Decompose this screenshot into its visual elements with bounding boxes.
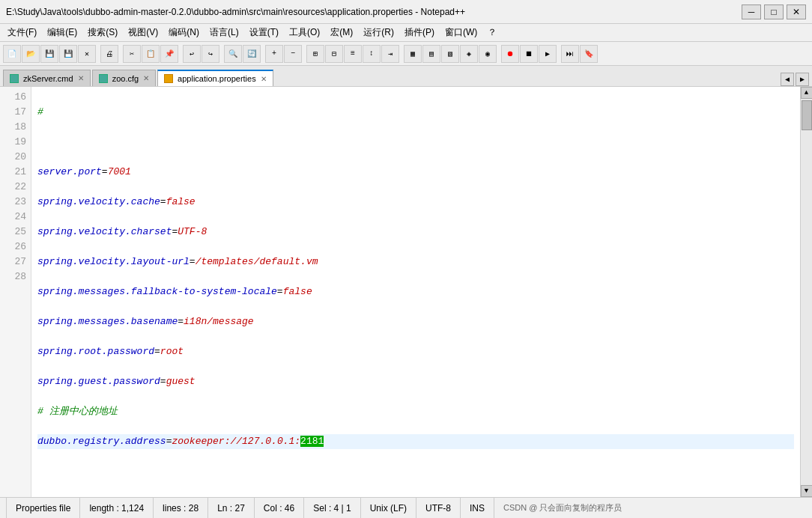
- line-num-28: 28: [4, 269, 26, 284]
- menu-run[interactable]: 运行(R): [359, 25, 399, 40]
- toolbar-find[interactable]: 🔍: [224, 45, 242, 63]
- toolbar-record[interactable]: ⏺: [501, 45, 519, 63]
- menu-encoding[interactable]: 编码(N): [164, 25, 204, 40]
- toolbar-redo[interactable]: ↪: [202, 45, 219, 63]
- line-16: #: [37, 105, 794, 120]
- title-bar: E:\Study\Java\tools\dubbo-admin-master-0…: [0, 0, 812, 24]
- toolbar-btn12[interactable]: 🔖: [580, 45, 598, 63]
- toolbar-btn4[interactable]: ↕: [363, 45, 381, 63]
- status-col-text: Col : 46: [264, 503, 294, 514]
- tab-bar: zkServer.cmd ✕ zoo.cfg ✕ application.pro…: [0, 66, 812, 87]
- maximize-button[interactable]: □: [764, 4, 784, 19]
- toolbar-copy[interactable]: 📋: [142, 45, 160, 63]
- line-21-val: /templates/default.vm: [196, 256, 318, 267]
- menu-tools[interactable]: 工具(O): [285, 25, 324, 40]
- toolbar-zoom-in[interactable]: +: [265, 45, 283, 63]
- editor-content[interactable]: # server.port=7001 spring.velocity.cache…: [31, 87, 800, 497]
- line-25-eq: =: [160, 376, 166, 387]
- line-24-key: spring.root.password: [37, 346, 154, 357]
- status-sel: Sel : 4 | 1: [304, 498, 360, 518]
- status-lines-text: lines : 28: [163, 503, 199, 514]
- menu-bar: 文件(F) 编辑(E) 搜索(S) 视图(V) 编码(N) 语言(L) 设置(T…: [0, 24, 812, 42]
- toolbar-zoom-out[interactable]: −: [284, 45, 302, 63]
- line-num-21: 21: [4, 165, 26, 180]
- line-19-val: false: [166, 196, 196, 207]
- menu-help[interactable]: ？: [483, 25, 501, 40]
- menu-plugins[interactable]: 插件(P): [400, 25, 439, 40]
- line-23-eq: =: [178, 316, 184, 327]
- toolbar-btn6[interactable]: ▦: [404, 45, 422, 63]
- menu-file[interactable]: 文件(F): [3, 25, 41, 40]
- toolbar-new[interactable]: 📄: [3, 45, 21, 63]
- line-28: [37, 464, 794, 479]
- menu-settings[interactable]: 设置(T): [245, 25, 283, 40]
- menu-search[interactable]: 搜索(S): [83, 25, 122, 40]
- scroll-thumb[interactable]: [802, 100, 812, 130]
- toolbar-play[interactable]: ▶: [539, 45, 557, 63]
- toolbar-cut[interactable]: ✂: [123, 45, 141, 63]
- line-25-key: spring.guest.password: [37, 376, 160, 387]
- toolbar-replace[interactable]: 🔄: [243, 45, 261, 63]
- line-27-key: dubbo.registry.address: [37, 436, 166, 447]
- toolbar-btn1[interactable]: ⊞: [306, 45, 324, 63]
- line-22-eq: =: [277, 286, 283, 297]
- line-numbers: 16 17 18 19 20 21 22 23 24 25 26 27 28: [0, 87, 31, 497]
- vertical-scrollbar[interactable]: ▲ ▼: [800, 87, 812, 497]
- tab-icon-zoo: [99, 74, 108, 83]
- menu-edit[interactable]: 编辑(E): [43, 25, 82, 40]
- status-bar: Properties file length : 1,124 lines : 2…: [0, 497, 812, 518]
- tab-close-zkserver[interactable]: ✕: [78, 74, 84, 82]
- toolbar-close[interactable]: ✕: [78, 45, 96, 63]
- menu-view[interactable]: 视图(V): [124, 25, 163, 40]
- status-watermark-text: CSDN @ 只会面向复制的程序员: [503, 502, 622, 514]
- toolbar-btn9[interactable]: ◈: [460, 45, 478, 63]
- toolbar-btn2[interactable]: ⊟: [325, 45, 343, 63]
- scroll-down-button[interactable]: ▼: [801, 485, 813, 497]
- status-watermark: CSDN @ 只会面向复制的程序员: [494, 498, 631, 518]
- line-21-eq: =: [190, 256, 196, 267]
- tab-close-zoo[interactable]: ✕: [143, 74, 149, 82]
- minimize-button[interactable]: ─: [742, 4, 761, 19]
- toolbar-btn10[interactable]: ◉: [479, 45, 497, 63]
- tab-close-application[interactable]: ✕: [261, 75, 267, 83]
- line-18-key: server.port: [37, 166, 102, 177]
- scroll-up-button[interactable]: ▲: [801, 87, 813, 99]
- toolbar-stop[interactable]: ⏹: [520, 45, 538, 63]
- status-charset: UTF-8: [416, 498, 461, 518]
- tab-label-application: application.properties: [178, 74, 256, 83]
- tab-next[interactable]: ▶: [796, 73, 809, 86]
- line-num-23: 23: [4, 195, 26, 210]
- scroll-track[interactable]: [801, 99, 812, 485]
- status-ln: Ln : 27: [208, 498, 255, 518]
- toolbar-btn8[interactable]: ▧: [441, 45, 459, 63]
- status-encoding-text: Unix (LF): [370, 503, 407, 514]
- toolbar-btn7[interactable]: ▤: [422, 45, 440, 63]
- tab-application[interactable]: application.properties ✕: [157, 70, 273, 86]
- menu-language[interactable]: 语言(L): [205, 25, 243, 40]
- toolbar-print[interactable]: 🖨: [100, 45, 118, 63]
- line-21-key: spring.velocity.layout-url: [37, 256, 190, 267]
- toolbar-btn5[interactable]: ⇥: [381, 45, 399, 63]
- toolbar-btn11[interactable]: ⏭: [561, 45, 579, 63]
- toolbar-save-all[interactable]: 💾: [59, 45, 77, 63]
- toolbar-btn3[interactable]: ≡: [344, 45, 362, 63]
- toolbar-paste[interactable]: 📌: [160, 45, 178, 63]
- toolbar-undo[interactable]: ↩: [183, 45, 201, 63]
- line-20-key: spring.velocity.charset: [37, 226, 172, 237]
- close-button[interactable]: ✕: [787, 4, 806, 19]
- menu-window[interactable]: 窗口(W): [440, 25, 482, 40]
- line-26-comment: # 注册中心的地址: [37, 406, 118, 417]
- line-23: spring.messages.basename=i18n/message: [37, 314, 794, 329]
- status-length-text: length : 1,124: [89, 503, 144, 514]
- line-18-val: 7001: [108, 166, 131, 177]
- tab-prev[interactable]: ◀: [781, 73, 794, 86]
- line-18-eq: =: [102, 166, 108, 177]
- menu-macro[interactable]: 宏(M): [326, 25, 357, 40]
- toolbar-open[interactable]: 📂: [22, 45, 40, 63]
- line-num-22: 22: [4, 180, 26, 195]
- tab-zkserver[interactable]: zkServer.cmd ✕: [3, 70, 91, 86]
- toolbar-save[interactable]: 💾: [40, 45, 58, 63]
- line-24-val: root: [160, 346, 184, 357]
- tab-zoo[interactable]: zoo.cfg ✕: [92, 70, 156, 86]
- status-filetype-text: Properties file: [16, 503, 70, 514]
